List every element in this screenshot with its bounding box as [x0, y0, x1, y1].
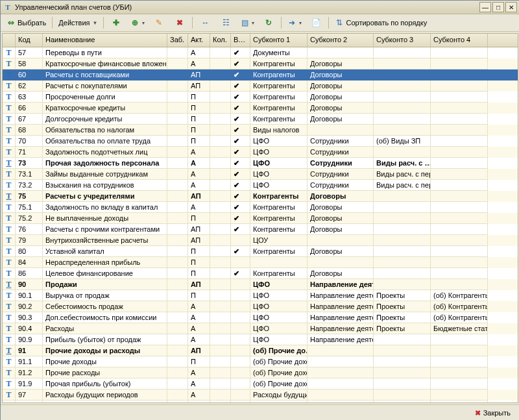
- cell-act: АП: [188, 279, 210, 290]
- report-button[interactable]: 📄: [306, 16, 326, 30]
- sort-button[interactable]: ⇅ Сортировать по порядку: [332, 16, 430, 30]
- table-row[interactable]: T91.1Прочие доходыП(об) Прочие доход…: [3, 356, 518, 367]
- table-row[interactable]: T79Внутрихозяйственные расчетыАПЦОУ: [3, 235, 518, 246]
- cell-s4: [431, 389, 488, 401]
- add-child-button[interactable]: ⊕▾: [127, 16, 148, 30]
- table-row[interactable]: T90.3Доп.себестоимость при комиссииАЦФОН…: [3, 312, 518, 323]
- table-row[interactable]: T91.2Прочие расходыА(об) Прочие доход…: [3, 367, 518, 378]
- cell-zab: [167, 191, 188, 202]
- table-row[interactable]: T66Краткосрочные кредитыП✔КонтрагентыДог…: [3, 103, 518, 114]
- cell-kol: [210, 367, 231, 378]
- delete-icon: ✖: [175, 18, 184, 27]
- hierarchy-icon: ☷: [221, 18, 230, 27]
- table-row[interactable]: T75.1Задолжность по вкладу в капиталА✔Ко…: [3, 202, 518, 213]
- table-row[interactable]: T76Расчеты с прочими контрагентамиАП✔Кон…: [3, 224, 518, 235]
- table-row[interactable]: T80Уставной капиталП✔КонтрагентыДоговоры: [3, 246, 518, 257]
- table-row[interactable]: T71Задолжность подотчетных лицА✔ЦФОСотру…: [3, 147, 518, 158]
- cell-code: 00Т: [16, 401, 43, 402]
- cell-act: А: [188, 147, 210, 158]
- cell-kol: [210, 202, 231, 213]
- cell-s4: (об) Контрагенты: [431, 312, 488, 323]
- table-row[interactable]: T60Расчеты с поставщикамиАП✔КонтрагентыД…: [3, 69, 518, 80]
- cell-s4: [431, 169, 488, 180]
- add-button[interactable]: ✚: [106, 16, 126, 30]
- table-row[interactable]: T84Нераспределенная прибыльП: [3, 257, 518, 268]
- cell-s4: [431, 268, 488, 279]
- cell-val: ✔: [231, 58, 250, 69]
- actions-menu[interactable]: Действия ▼: [55, 16, 101, 30]
- move-button[interactable]: ↔: [195, 16, 215, 30]
- col-s3[interactable]: Субконто 3: [374, 34, 431, 47]
- cell-s1: Контрагенты: [250, 246, 308, 257]
- table-row[interactable]: T86Целевое финансированиеП✔КонтрагентыДо…: [3, 268, 518, 279]
- table-row[interactable]: T67Долгосрочные кредитыП✔КонтрагентыДого…: [3, 114, 518, 125]
- dropdown-icon: ▼: [93, 20, 98, 26]
- close-button[interactable]: ✖ Закрыть: [471, 408, 514, 419]
- cell-s2: Расшифровка: [308, 401, 374, 402]
- table-row[interactable]: T90.9Прибыль (убыток) от продажАЦФОНапра…: [3, 334, 518, 345]
- cell-code: 66: [16, 103, 43, 114]
- cell-s2: [308, 125, 374, 136]
- table-row[interactable]: T91Прочие доходы и расходыАП(об) Прочие …: [3, 345, 518, 356]
- select-button[interactable]: ⇔ Выбрать: [3, 16, 49, 30]
- go-button[interactable]: ➜▾: [284, 16, 305, 30]
- col-s1[interactable]: Субконто 1: [250, 34, 308, 47]
- cell-s2: [308, 257, 374, 268]
- table-row[interactable]: T63Просроченные долгиП✔КонтрагентыДогово…: [3, 92, 518, 103]
- cell-s4: [431, 58, 488, 69]
- cell-s1: (об) Прочие доход…: [250, 356, 308, 367]
- cell-s2: [308, 389, 374, 401]
- minimize-button[interactable]: —: [479, 2, 491, 12]
- table-row[interactable]: T90.2Себестоимость продажАЦФОНаправление…: [3, 301, 518, 312]
- close-window-button[interactable]: ✕: [505, 2, 517, 12]
- table-row[interactable]: T00ТТранзитныйАПДокументыРасшифровка: [3, 401, 518, 402]
- filter-button[interactable]: ▤▾: [237, 16, 258, 30]
- cell-s3: Виды расч. с пер…: [374, 180, 431, 191]
- table-row[interactable]: T70Обязательства по оплате трудаП✔ЦФОСот…: [3, 136, 518, 147]
- row-icon: T: [3, 367, 16, 378]
- cell-name: Выручка от продаж: [43, 290, 167, 301]
- refresh-button[interactable]: ↻: [259, 16, 278, 30]
- col-s4[interactable]: Субконто 4: [431, 34, 488, 47]
- col-kol[interactable]: Кол.: [210, 34, 231, 47]
- table-row[interactable]: T68Обязательства по налогамП✔Виды налого…: [3, 125, 518, 136]
- table-row[interactable]: T75.2Не выплаченные доходыП✔КонтрагентыД…: [3, 213, 518, 224]
- col-act[interactable]: Акт.: [188, 34, 210, 47]
- table-row[interactable]: T57Переводы в путиА✔Документы: [3, 47, 518, 58]
- table-row[interactable]: T90.4РасходыАЦФОНаправление деятель…Прое…: [3, 323, 518, 334]
- col-s2[interactable]: Субконто 2: [308, 34, 374, 47]
- table-row[interactable]: T75Расчеты с учредителямиАП✔КонтрагентыД…: [3, 191, 518, 202]
- col-name[interactable]: Наименование: [43, 34, 167, 47]
- table-row[interactable]: T97Расходы будущих периодовАРасходы буду…: [3, 389, 518, 401]
- cell-zab: [167, 389, 188, 401]
- maximize-button[interactable]: □: [492, 2, 504, 12]
- table-row[interactable]: T62Расчеты с покупателямиАП✔КонтрагентыД…: [3, 80, 518, 92]
- cell-kol: [210, 334, 231, 345]
- table-row[interactable]: T73Прочая задолжность персоналаА✔ЦФОСотр…: [3, 158, 518, 169]
- cell-s1: ЦФО: [250, 136, 308, 147]
- hierarchy-button[interactable]: ☷: [216, 16, 235, 30]
- table-row[interactable]: T91.9Прочая прибыль (убыток)А(об) Прочие…: [3, 378, 518, 389]
- table-row[interactable]: T73.2Взыскания на сотрудниковА✔ЦФОСотруд…: [3, 180, 518, 191]
- col-zab[interactable]: Заб.: [167, 34, 188, 47]
- table-row[interactable]: T90.1Выручка от продажПЦФОНаправление де…: [3, 290, 518, 301]
- cell-kol: [210, 80, 231, 92]
- col-icon[interactable]: [3, 34, 16, 47]
- table-row[interactable]: T90ПродажиАПЦФОНаправление деят…: [3, 279, 518, 290]
- delete-button[interactable]: ✖: [170, 16, 189, 30]
- table-row[interactable]: T58Краткосрочные финансовые вложенияА✔Ко…: [3, 58, 518, 69]
- cell-s3: Виды расч. с …: [374, 158, 431, 169]
- edit-button[interactable]: ✎: [149, 16, 169, 30]
- cell-s4: [431, 103, 488, 114]
- grid-body[interactable]: T57Переводы в путиА✔ДокументыT58Краткоср…: [3, 47, 518, 402]
- cell-s4: [431, 334, 488, 345]
- table-row[interactable]: T73.1Займы выданные сотрудникамА✔ЦФОСотр…: [3, 169, 518, 180]
- cell-s1: (об) Прочие до…: [250, 345, 308, 356]
- window-title: Управленческий план счетов (УБИ): [15, 3, 479, 11]
- cell-zab: [167, 147, 188, 158]
- cell-act: П: [188, 125, 210, 136]
- col-code[interactable]: Код: [16, 34, 43, 47]
- col-val[interactable]: Вал.: [231, 34, 250, 47]
- cell-name: Взыскания на сотрудников: [43, 180, 167, 191]
- cell-val: ✔: [231, 246, 250, 257]
